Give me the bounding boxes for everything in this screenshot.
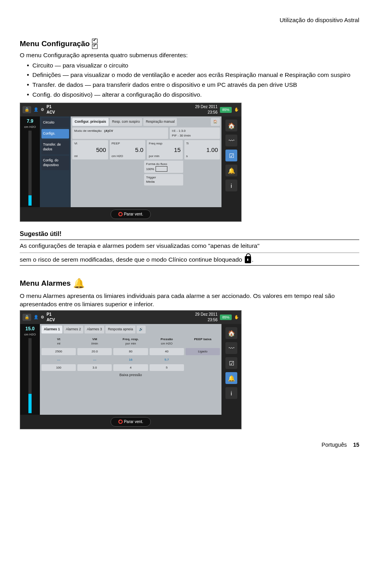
low-pressure-label: Baixa pressão — [41, 373, 220, 378]
param-trigger[interactable]: TriggerMédia — [144, 174, 183, 185]
section-alarmes-title: Menu Alarmes 🔔 — [20, 277, 359, 290]
lock-icon: 🔒 — [23, 106, 31, 113]
page-header: Utilização do dispositivo Astral — [20, 16, 359, 24]
param-fluxo[interactable]: Forma do fluxo100% — [144, 161, 183, 173]
bullet-definicoes: Definições — para visualizar o modo de v… — [27, 71, 359, 79]
mode-row: Modo de ventilação (A)CV — [72, 127, 168, 139]
alarm-peep-toggle[interactable]: Ligado — [186, 348, 220, 355]
tab-alarmes1[interactable]: Alarmes 1 — [41, 326, 62, 333]
alarm-vm-high[interactable]: 20.0 — [77, 348, 112, 355]
param-peep[interactable]: PEEP5.0cm H2O — [110, 140, 146, 159]
bell-icon: 🔔 — [73, 277, 85, 290]
alarm-vt-high[interactable]: 2500 — [41, 348, 76, 355]
bullet-circuito: Circuito — para visualizar o circuito — [27, 61, 359, 70]
tip-title: Sugestão útil! — [20, 230, 359, 238]
bullet-transfer: Transfer. de dados — para transferir dad… — [27, 81, 359, 89]
nav-home-icon[interactable]: 🏠 — [225, 120, 237, 131]
alarm-press-high[interactable]: 40 — [150, 348, 184, 355]
lock-icon — [245, 256, 251, 263]
stop-vent-button[interactable]: ⭕ Parar vent. — [111, 210, 151, 219]
nav-home-icon[interactable]: 🏠 — [225, 327, 237, 339]
nav-info-icon[interactable]: i — [225, 180, 237, 191]
battery-icon: 85% — [220, 315, 232, 320]
pressure-gauge: 7.9 cm H2O — [20, 116, 40, 207]
sidebar-configs[interactable]: Configs. — [41, 129, 69, 139]
bullet-config-dispositivo: Config. do dispositivo) — alterar a conf… — [27, 90, 359, 99]
alarm-vm-low[interactable]: 3.0 — [77, 364, 112, 371]
section-config-title: Menu Configuração — [20, 38, 359, 49]
tab-volume[interactable]: 🔊 — [137, 326, 146, 333]
sidebar-config-disp[interactable]: Config. do dispositivo — [41, 156, 69, 170]
nav-info-icon[interactable]: i — [225, 387, 237, 399]
hand-icon: ✋ — [234, 107, 239, 112]
tip-box: As configurações de terapia e alarmes po… — [20, 240, 359, 266]
sidebar-circuito[interactable]: Circuito — [41, 118, 69, 127]
page-footer: Português 15 — [20, 441, 359, 449]
person-icon: 👤 — [34, 107, 38, 112]
config-bullet-list: Circuito — para visualizar o circuito De… — [20, 61, 359, 99]
home-shortcut[interactable]: 🏠 — [211, 118, 220, 126]
section-alarmes-body: O menu Alarmes apresenta os limiares ind… — [20, 292, 359, 309]
screenshot-config: 🔒 👤 ⚙ P1ACV 29 Dez 201123:56 85% ✋ 7.9 c… — [20, 103, 242, 222]
sidebar-transfer[interactable]: Transfer. de dados — [41, 140, 69, 154]
alarm-vt-low[interactable]: 100 — [41, 364, 76, 371]
config-sidebar: Circuito Configs. Transfer. de dados Con… — [40, 116, 71, 207]
subtab-principais[interactable]: Configur. principais — [72, 118, 109, 126]
nav-check-icon[interactable]: ☑ — [225, 150, 237, 161]
lock-icon: 🔒 — [23, 314, 31, 321]
checklist-icon — [92, 38, 98, 49]
nav-bell-icon[interactable]: 🔔 — [225, 372, 237, 384]
stop-vent-button[interactable]: ⭕ Parar vent. — [111, 417, 151, 427]
tab-alarmes3[interactable]: Alarmes 3 — [84, 326, 104, 333]
nav-bell-icon[interactable]: 🔔 — [225, 165, 237, 176]
alarm-freq-low[interactable]: 4 — [113, 364, 148, 371]
alarm-freq-high[interactable]: 80 — [113, 348, 148, 355]
battery-icon: 85% — [220, 107, 232, 113]
nav-lungs-icon[interactable]: 〰 — [225, 135, 237, 146]
alarm-press-low[interactable]: 5 — [150, 364, 184, 371]
tab-alarmes2[interactable]: Alarmes 2 — [64, 326, 83, 333]
param-ti[interactable]: Ti1.00s — [184, 140, 220, 159]
nav-lungs-icon[interactable]: 〰 — [225, 342, 237, 354]
param-vt[interactable]: Vt500ml — [72, 140, 108, 159]
nav-check-icon[interactable]: ☑ — [225, 357, 237, 369]
subtab-suspiro[interactable]: Resp. com suspiro — [110, 118, 142, 126]
tab-apneia[interactable]: Resposta apneia — [105, 326, 135, 333]
section-config-intro: O menu Configuração apresenta quatro sub… — [20, 51, 359, 60]
subtab-manual[interactable]: Respiração manual — [143, 118, 177, 126]
pressure-gauge: 15.0 cm H2O — [20, 324, 40, 415]
param-freq[interactable]: Freq resp15por min — [147, 140, 183, 159]
screenshot-alarmes: 🔒 👤⚙ P1ACV 29 Dez 201123:56 85% ✋ 15.0 c… — [20, 310, 242, 429]
